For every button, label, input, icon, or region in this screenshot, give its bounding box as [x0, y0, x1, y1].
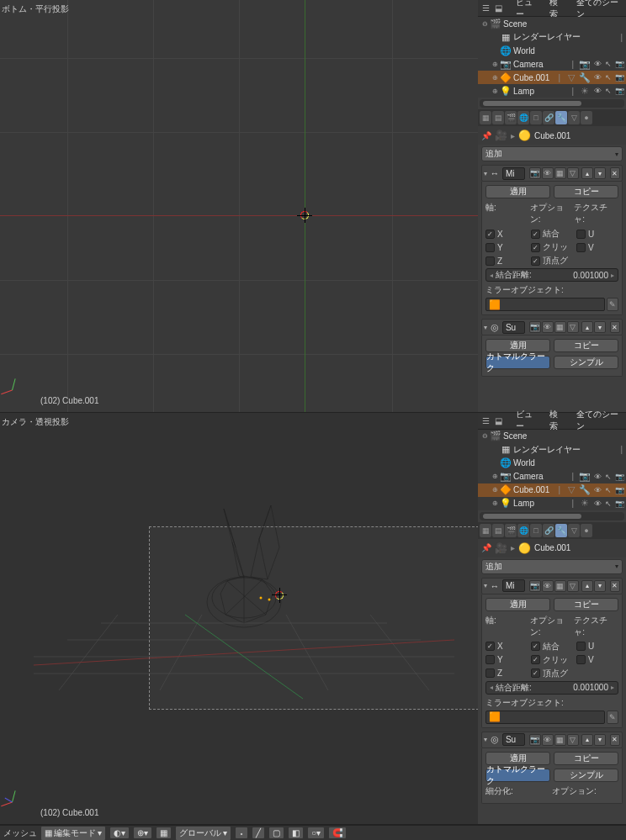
apply-button[interactable]: 適用 — [485, 185, 550, 198]
outliner-row-lamp[interactable]: ⊕💡Lamp|☀👁↖📷 — [478, 84, 626, 98]
modifier-name-field[interactable]: Su — [502, 733, 525, 746]
editor-type-icon[interactable]: ☰ — [480, 415, 491, 426]
pivot-mode[interactable]: ⊕▾ — [133, 827, 152, 839]
axis-x-checkbox[interactable] — [485, 230, 495, 239]
move-down-button[interactable]: ▾ — [594, 734, 606, 746]
pin-icon[interactable]: 📌 — [481, 131, 491, 140]
eye-icon[interactable]: 👁 — [592, 86, 602, 96]
tab-modifiers[interactable]: 🔧 — [555, 111, 567, 124]
outliner-row-camera[interactable]: ⊕📷Camera|📷👁↖📷 — [478, 470, 626, 483]
apply-button[interactable]: 適用 — [485, 598, 550, 611]
simple-button[interactable]: シンプル — [554, 769, 618, 782]
layers[interactable]: ▦ — [156, 827, 172, 839]
merge-checkbox[interactable] — [531, 642, 540, 651]
eye-icon[interactable]: 👁 — [592, 72, 602, 82]
render-icon[interactable]: 📷 — [614, 86, 624, 96]
outliner-row-scene[interactable]: ⊖🎬Scene — [478, 17, 626, 30]
outliner-row-renderlayers[interactable]: ▦レンダーレイヤー| — [478, 443, 626, 457]
panel-collapse-toggle[interactable]: ▾ — [484, 736, 487, 743]
display-toggle[interactable]: 👁 — [542, 321, 554, 333]
axis-x-checkbox[interactable] — [485, 642, 495, 651]
merge-distance-field[interactable]: ◂結合距離:0.001000▸ — [485, 681, 618, 695]
pin-icon[interactable]: 📌 — [481, 543, 491, 552]
texture-u-checkbox[interactable] — [576, 230, 586, 239]
move-up-button[interactable]: ▴ — [581, 734, 593, 746]
tab-data[interactable]: ▽ — [568, 524, 580, 537]
tab-constraints[interactable]: 🔗 — [543, 111, 554, 124]
select-mode-face[interactable]: ▢ — [268, 827, 284, 839]
delete-modifier-button[interactable]: ✕ — [610, 734, 620, 746]
modifier-name-field[interactable]: Mi — [502, 579, 525, 592]
texture-u-checkbox[interactable] — [576, 642, 586, 651]
panel-collapse-toggle[interactable]: ▾ — [484, 324, 487, 331]
vgroup-checkbox[interactable] — [531, 668, 540, 678]
simple-button[interactable]: シンプル — [554, 356, 618, 369]
tab-constraints[interactable]: 🔗 — [543, 524, 554, 537]
texture-v-checkbox[interactable] — [576, 655, 586, 664]
tab-layers[interactable]: ▤ — [492, 524, 504, 537]
orientation-dropdown[interactable]: グローバル ▾ — [175, 826, 231, 841]
axis-z-checkbox[interactable] — [485, 256, 495, 266]
tab-layers[interactable]: ▤ — [492, 111, 504, 124]
outliner-row-lamp[interactable]: ⊕💡Lamp|☀👁↖📷 — [478, 497, 626, 510]
outliner-row-world[interactable]: 🌐World — [478, 457, 626, 470]
outliner-row-scene[interactable]: ⊖🎬Scene — [478, 430, 626, 443]
merge-checkbox[interactable] — [531, 230, 540, 239]
clip-checkbox[interactable] — [531, 655, 540, 664]
mesh-menu[interactable]: メッシュ — [3, 827, 37, 839]
eyedropper-button[interactable]: ✎ — [607, 298, 618, 311]
tab-render[interactable]: ▦ — [480, 524, 491, 537]
viewport-top[interactable]: ボトム・平行投影 (102) Cube.001 — [0, 0, 478, 412]
editmode-toggle[interactable]: ▦ — [554, 321, 566, 333]
cage-toggle[interactable]: ▽ — [567, 167, 579, 179]
move-up-button[interactable]: ▴ — [581, 321, 593, 333]
viewport-bottom[interactable]: カメラ・透視投影 (102) Cube.001 — [0, 413, 478, 825]
axis-z-checkbox[interactable] — [485, 668, 495, 678]
move-down-button[interactable]: ▾ — [594, 580, 606, 592]
cursor-icon[interactable]: ↖ — [603, 86, 613, 96]
eye-icon[interactable]: 👁 — [592, 59, 602, 69]
tab-world[interactable]: 🌐 — [517, 524, 529, 537]
eyedropper-button[interactable]: ✎ — [607, 711, 618, 724]
add-modifier-dropdown[interactable]: 追加▾ — [481, 559, 623, 574]
delete-modifier-button[interactable]: ✕ — [610, 321, 620, 333]
vgroup-checkbox[interactable] — [531, 256, 540, 266]
outliner-row-cube[interactable]: ⊕🔶Cube.001|▽🔧👁↖📷 — [478, 483, 626, 497]
copy-button[interactable]: コピー — [554, 339, 618, 352]
tab-material[interactable]: ● — [581, 524, 592, 537]
outliner[interactable]: ⊖🎬Scene ▦レンダーレイヤー| 🌐World ⊕📷Camera|📷👁↖📷 … — [478, 430, 626, 510]
render-icon[interactable]: 📷 — [614, 72, 624, 82]
delete-modifier-button[interactable]: ✕ — [610, 167, 620, 179]
display-toggle[interactable]: 👁 — [542, 167, 554, 179]
outliner-row-world[interactable]: 🌐World — [478, 44, 626, 57]
delete-modifier-button[interactable]: ✕ — [610, 580, 620, 592]
render-toggle[interactable]: 📷 — [529, 321, 541, 333]
copy-button[interactable]: コピー — [554, 598, 618, 611]
catmull-clark-button[interactable]: カトマルクラーク — [485, 769, 550, 782]
copy-button[interactable]: コピー — [554, 185, 618, 198]
tab-object[interactable]: □ — [530, 524, 542, 537]
outliner-row-renderlayers[interactable]: ▦レンダーレイヤー| — [478, 30, 626, 44]
render-icon[interactable]: 📷 — [614, 59, 624, 69]
axis-y-checkbox[interactable] — [485, 243, 495, 252]
editor-type-icon[interactable]: ☰ — [480, 3, 491, 14]
tab-object[interactable]: □ — [530, 111, 542, 124]
shading-mode[interactable]: ◐▾ — [109, 827, 130, 839]
outliner-row-camera[interactable]: ⊕📷Camera|📷👁↖📷 — [478, 57, 626, 71]
cage-toggle[interactable]: ▽ — [567, 321, 579, 333]
clip-checkbox[interactable] — [531, 243, 540, 252]
editmode-toggle[interactable]: ▦ — [554, 167, 566, 179]
tab-material[interactable]: ● — [581, 111, 592, 124]
move-up-button[interactable]: ▴ — [581, 167, 593, 179]
proportional-edit[interactable]: ○▾ — [307, 827, 325, 839]
tab-world[interactable]: 🌐 — [517, 111, 529, 124]
select-mode-vertex[interactable]: ⬩ — [235, 827, 248, 839]
axis-y-checkbox[interactable] — [485, 655, 495, 664]
panel-collapse-toggle[interactable]: ▾ — [484, 582, 487, 589]
select-mode-edge[interactable]: ╱ — [252, 827, 265, 839]
outliner-scrollbar[interactable] — [480, 512, 624, 520]
outliner[interactable]: ⊖🎬Scene ▦レンダーレイヤー| 🌐World ⊕📷Camera|📷👁↖📷 … — [478, 17, 626, 98]
editor-split-icon[interactable]: ⬓ — [492, 415, 504, 426]
mirror-object-field[interactable]: 🟧 — [485, 711, 605, 724]
tab-data[interactable]: ▽ — [568, 111, 580, 124]
